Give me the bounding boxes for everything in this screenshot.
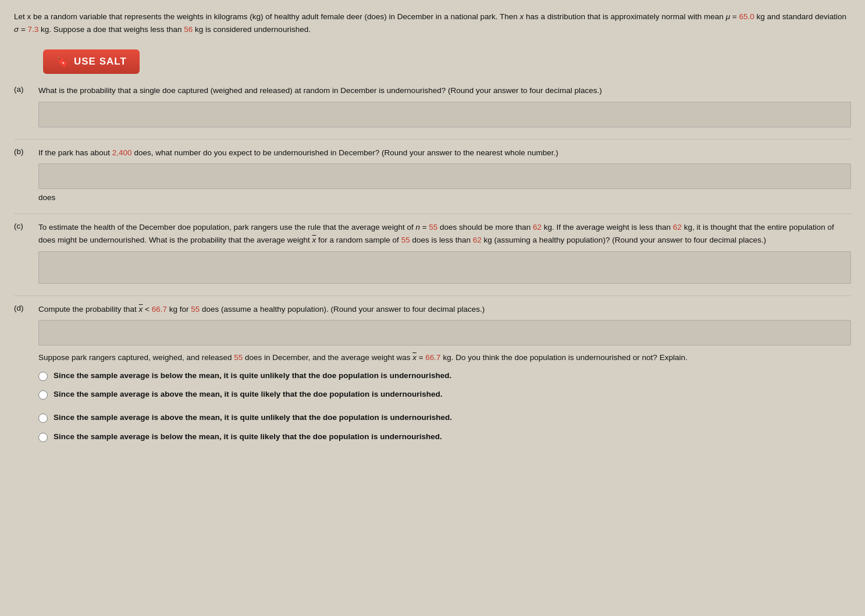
- xbar-val-d: 66.7: [152, 305, 167, 314]
- part-c-question: To estimate the health of the December d…: [38, 221, 851, 246]
- kg3-c: 62: [473, 236, 482, 244]
- n2-c: 55: [401, 236, 410, 244]
- weight-threshold: 56: [184, 25, 193, 34]
- radio-opt3-label[interactable]: Since the sample average is above the me…: [54, 412, 452, 423]
- sigma-value: 7.3: [28, 25, 39, 34]
- sub-val: 66.7: [425, 353, 440, 362]
- part-c-block: (c) To estimate the health of the Decemb…: [14, 221, 851, 283]
- part-d-subtext-area: Suppose park rangers captured, weighed, …: [14, 351, 851, 443]
- part-d-row: (d) Compute the probability that x < 66.…: [14, 303, 851, 316]
- kg2-c: 62: [673, 223, 682, 232]
- part-d-sub-text: Suppose park rangers captured, weighed, …: [38, 351, 851, 364]
- part-a-question: What is the probability that a single do…: [38, 84, 851, 97]
- radio-opt3[interactable]: [38, 414, 48, 423]
- part-d-question: Compute the probability that x < 66.7 kg…: [38, 303, 851, 316]
- part-b-input[interactable]: [38, 163, 851, 189]
- part-a-row: (a) What is the probability that a singl…: [14, 84, 851, 97]
- part-a-input[interactable]: [38, 102, 851, 127]
- part-c-row: (c) To estimate the health of the Decemb…: [14, 221, 851, 246]
- radio-opt1[interactable]: [38, 372, 48, 381]
- salt-button-label: USE SALT: [74, 56, 127, 67]
- part-b-block: (b) If the park has about 2,400 does, wh…: [14, 147, 851, 202]
- radio-group-d: Since the sample average is below the me…: [38, 370, 851, 443]
- intro-paragraph: Let x be a random variable that represen…: [14, 10, 851, 35]
- part-b-label: (b): [14, 147, 38, 156]
- part-a-block: (a) What is the probability that a singl…: [14, 84, 851, 127]
- divider-bc: [14, 213, 851, 214]
- use-salt-button[interactable]: 🔖 USE SALT: [43, 49, 140, 74]
- radio-opt1-label[interactable]: Since the sample average is below the me…: [54, 370, 451, 382]
- part-b-unit-label: does: [38, 193, 55, 202]
- part-b-answer-area: does: [14, 163, 851, 202]
- part-d-label: (d): [14, 303, 38, 312]
- divider-ab: [14, 139, 851, 140]
- radio-item-3: Since the sample average is above the me…: [38, 412, 851, 423]
- radio-item-2: Since the sample average is above the me…: [38, 389, 851, 400]
- radio-opt2-label[interactable]: Since the sample average is above the me…: [54, 389, 442, 400]
- salt-icon: 🔖: [56, 55, 69, 68]
- n-d: 55: [191, 305, 200, 314]
- radio-item-1: Since the sample average is below the me…: [38, 370, 851, 382]
- part-a-label: (a): [14, 84, 38, 94]
- n-val-c: 55: [429, 223, 437, 232]
- kg1-c: 62: [533, 223, 542, 232]
- part-d-block: (d) Compute the probability that x < 66.…: [14, 303, 851, 443]
- mu-value: 65.0: [739, 12, 754, 21]
- part-b-row: (b) If the park has about 2,400 does, wh…: [14, 147, 851, 159]
- part-d-answer-area: [14, 320, 851, 346]
- radio-opt4-label[interactable]: Since the sample average is below the me…: [54, 431, 442, 443]
- part-c-input[interactable]: [38, 251, 851, 284]
- divider-cd: [14, 295, 851, 296]
- part-c-label: (c): [14, 221, 38, 230]
- does-count: 2,400: [112, 148, 132, 157]
- sub-n: 55: [234, 353, 243, 362]
- radio-opt4[interactable]: [38, 433, 48, 442]
- radio-item-4: Since the sample average is below the me…: [38, 431, 851, 443]
- part-b-question: If the park has about 2,400 does, what n…: [38, 147, 851, 159]
- part-d-input[interactable]: [38, 320, 851, 346]
- part-c-answer-area: [14, 251, 851, 284]
- radio-opt2[interactable]: [38, 390, 48, 400]
- part-a-answer-area: [14, 102, 851, 127]
